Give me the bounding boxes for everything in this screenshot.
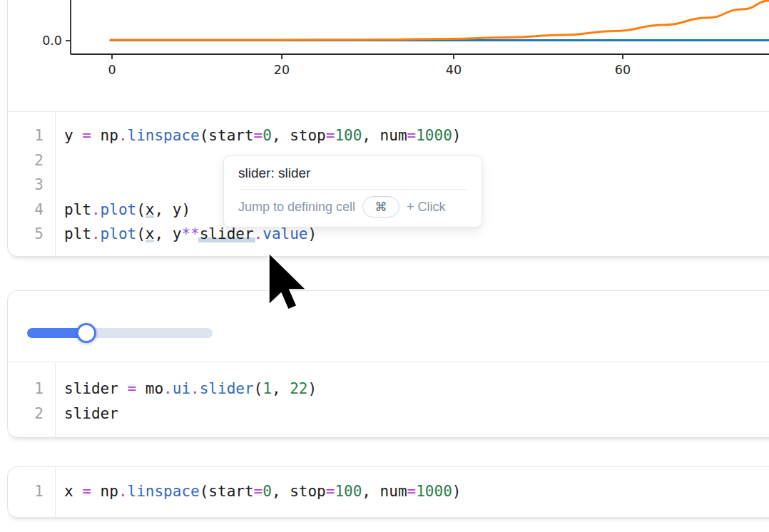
code-token: plot bbox=[101, 225, 137, 242]
code-token[interactable]: x bbox=[146, 201, 155, 218]
code-token: = bbox=[128, 380, 137, 397]
cell1-output-area: 0.00204060 bbox=[8, 0, 769, 111]
code-token: = bbox=[326, 483, 335, 500]
code-token: (start bbox=[200, 483, 254, 500]
code-line[interactable]: 1y = np.linspace(start=0, stop=100, num=… bbox=[8, 123, 769, 148]
code-token: , stop bbox=[272, 483, 326, 500]
slider-track[interactable] bbox=[27, 328, 213, 338]
code-token: 1000 bbox=[416, 483, 452, 500]
code-line[interactable]: 1x = np.linspace(start=0, stop=100, num=… bbox=[8, 479, 769, 504]
code-token: ) bbox=[307, 380, 317, 397]
code-token: plt bbox=[64, 225, 91, 242]
code-text[interactable]: slider = mo.ui.slider(1, 22) bbox=[55, 377, 317, 401]
code-token: 0 bbox=[263, 483, 272, 500]
code-text[interactable] bbox=[55, 148, 64, 173]
code-token: . bbox=[254, 225, 263, 242]
code-token: ( bbox=[136, 225, 146, 242]
svg-text:40: 40 bbox=[446, 63, 462, 77]
code-token: plot bbox=[101, 201, 137, 218]
code-text[interactable]: plt.plot(x, y) bbox=[55, 198, 190, 222]
cell3-editor[interactable]: 1x = np.linspace(start=0, stop=100, num=… bbox=[8, 467, 769, 517]
line-number: 1 bbox=[8, 479, 55, 504]
line-number: 1 bbox=[8, 123, 55, 148]
code-token: = bbox=[254, 127, 263, 144]
code-token: x bbox=[64, 483, 82, 500]
code-token: np bbox=[91, 483, 118, 500]
line-number: 1 bbox=[8, 377, 55, 401]
variable-tooltip: slider: slider Jump to defining cell ⌘ +… bbox=[223, 155, 482, 227]
line-number: 2 bbox=[8, 148, 55, 173]
code-token: ) bbox=[452, 127, 462, 144]
code-token: = bbox=[326, 127, 335, 144]
code-token: 100 bbox=[335, 127, 362, 144]
svg-text:20: 20 bbox=[274, 63, 290, 77]
code-token: linspace bbox=[128, 127, 200, 144]
code-token: ) bbox=[452, 483, 462, 500]
code-token: ( bbox=[136, 201, 146, 218]
tooltip-variable-name: slider: slider bbox=[224, 156, 482, 189]
cmd-key-badge: ⌘ bbox=[362, 196, 399, 218]
code-token: , y) bbox=[154, 201, 190, 218]
code-token: 100 bbox=[335, 483, 362, 500]
code-line[interactable]: 1slider = mo.ui.slider(1, 22) bbox=[8, 377, 769, 401]
code-token: = bbox=[82, 483, 91, 500]
code-token: . bbox=[190, 380, 200, 397]
svg-text:60: 60 bbox=[615, 63, 631, 77]
code-token[interactable]: x bbox=[146, 225, 155, 242]
code-token: ( bbox=[254, 380, 263, 397]
code-token: (start bbox=[200, 127, 254, 144]
code-token: , stop bbox=[272, 127, 326, 144]
code-token: 1000 bbox=[416, 127, 452, 144]
slider-widget[interactable] bbox=[27, 323, 213, 343]
code-token: . bbox=[91, 225, 101, 242]
cell-card-slider: 1slider = mo.ui.slider(1, 22)2slider bbox=[7, 290, 769, 438]
code-token: slider bbox=[64, 405, 118, 422]
code-token: = bbox=[254, 483, 263, 500]
code-token: slider bbox=[64, 380, 128, 397]
code-token: . bbox=[163, 380, 173, 397]
code-token: 1 bbox=[263, 380, 272, 397]
code-token: 0 bbox=[263, 127, 272, 144]
code-token: y bbox=[64, 127, 82, 144]
code-line[interactable]: 2slider bbox=[8, 401, 769, 426]
line-number: 4 bbox=[8, 198, 55, 222]
notebook-page: 0.00204060 1y = np.linspace(start=0, sto… bbox=[0, 0, 769, 532]
code-token: ui bbox=[173, 380, 190, 397]
code-token: , bbox=[272, 380, 290, 397]
code-token: = bbox=[407, 127, 417, 144]
hovered-variable-token[interactable]: slider bbox=[198, 225, 255, 242]
code-token: ** bbox=[181, 225, 199, 242]
code-token: np bbox=[91, 127, 118, 144]
cell2-editor[interactable]: 1slider = mo.ui.slider(1, 22)2slider bbox=[8, 362, 769, 438]
svg-text:0: 0 bbox=[108, 63, 116, 77]
code-token: ) bbox=[307, 225, 317, 242]
code-token: slider bbox=[200, 380, 254, 397]
code-token: . bbox=[118, 127, 128, 144]
code-text[interactable]: y = np.linspace(start=0, stop=100, num=1… bbox=[55, 123, 461, 148]
cell2-output-area bbox=[8, 291, 769, 362]
code-token: , y bbox=[154, 225, 181, 242]
code-token: linspace bbox=[128, 483, 200, 500]
code-token: mo bbox=[136, 380, 163, 397]
code-token: . bbox=[118, 483, 128, 500]
code-text[interactable]: slider bbox=[55, 401, 118, 426]
code-token: . bbox=[91, 201, 101, 218]
code-token: , num bbox=[362, 483, 407, 500]
tooltip-jump-hint: Jump to defining cell ⌘ + Click bbox=[224, 190, 482, 227]
svg-text:0.0: 0.0 bbox=[42, 34, 62, 48]
code-text[interactable]: x = np.linspace(start=0, stop=100, num=1… bbox=[55, 479, 461, 504]
code-token: plt bbox=[64, 201, 91, 218]
matplotlib-figure: 0.00204060 bbox=[8, 0, 769, 81]
tooltip-click-label: + Click bbox=[407, 200, 446, 215]
line-number: 5 bbox=[8, 222, 55, 247]
code-text[interactable] bbox=[55, 173, 64, 198]
code-token: = bbox=[407, 483, 417, 500]
code-token: value bbox=[263, 225, 307, 242]
code-token: 22 bbox=[290, 380, 307, 397]
line-number: 2 bbox=[8, 401, 55, 426]
tooltip-action-label: Jump to defining cell bbox=[238, 200, 355, 215]
code-token: = bbox=[82, 127, 91, 144]
cell-card-x: 1x = np.linspace(start=0, stop=100, num=… bbox=[7, 466, 769, 518]
line-number: 3 bbox=[8, 173, 55, 198]
slider-handle[interactable] bbox=[76, 323, 96, 343]
